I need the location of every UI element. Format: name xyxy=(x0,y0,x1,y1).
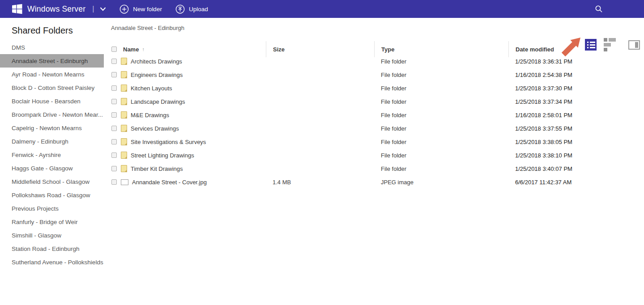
upload-button[interactable]: Upload xyxy=(175,4,208,14)
file-date: 1/25/2018 3:40:07 PM xyxy=(508,165,644,172)
sidebar-item[interactable]: Broompark Drive - Newton Mear... xyxy=(0,108,104,121)
column-header-name[interactable]: Name xyxy=(123,46,139,53)
upload-circle-icon xyxy=(175,4,185,14)
table-row[interactable]: Architects Drawings File folder 1/25/201… xyxy=(104,55,644,68)
file-date: 6/6/2017 11:42:37 AM xyxy=(508,179,644,186)
sidebar-item-label: Pollokshaws Road - Glasgow xyxy=(12,192,90,199)
file-name[interactable]: Services Drawings xyxy=(131,125,179,132)
sidebar-item[interactable]: Station Road - Edinburgh xyxy=(0,242,104,255)
sidebar-item-label: Station Road - Edinburgh xyxy=(12,246,80,252)
file-type: File folder xyxy=(374,165,508,172)
file-date: 1/25/2018 3:37:30 PM xyxy=(508,85,644,92)
chevron-down-icon[interactable] xyxy=(100,7,106,11)
sidebar-item-label: Block D - Cotton Street Paisley xyxy=(12,85,94,91)
sidebar-item[interactable]: DMS xyxy=(0,41,104,54)
row-checkbox[interactable] xyxy=(111,59,117,64)
row-checkbox[interactable] xyxy=(111,152,117,158)
file-type: File folder xyxy=(374,98,508,105)
sidebar-item[interactable]: Sutherland Avenue - Pollokshields xyxy=(0,255,104,269)
file-name[interactable]: Engineers Drawings xyxy=(131,72,183,78)
file-name[interactable]: Architects Drawings xyxy=(131,58,182,65)
table-row[interactable]: Engineers Drawings File folder 1/16/2018… xyxy=(104,68,644,81)
sidebar-title: Shared Folders xyxy=(0,18,104,41)
app-title: Windows Server xyxy=(27,4,85,14)
search-icon[interactable] xyxy=(595,5,603,13)
sidebar-item-label: Simshill - Glasgow xyxy=(12,232,61,239)
table-row[interactable]: Kitchen Layouts File folder 1/25/2018 3:… xyxy=(104,81,644,95)
sidebar-item-label: Broompark Drive - Newton Mear... xyxy=(12,111,103,118)
table-row[interactable]: Services Drawings File folder 1/25/2018 … xyxy=(104,122,644,135)
sidebar-item[interactable]: Ranfurly - Bridge of Weir xyxy=(0,215,104,229)
sidebar-item[interactable]: Fenwick - Ayrshire xyxy=(0,148,104,161)
file-name[interactable]: Annandale Street - Cover.jpg xyxy=(132,179,207,186)
file-date: 1/25/2018 3:38:05 PM xyxy=(508,139,644,145)
sidebar-item[interactable]: Pollokshaws Road - Glasgow xyxy=(0,188,104,202)
table-row[interactable]: M&E Drawings File folder 1/16/2018 2:58:… xyxy=(104,108,644,122)
row-checkbox[interactable] xyxy=(111,166,117,171)
sidebar-item-label: DMS xyxy=(12,44,25,51)
file-table-body: Architects Drawings File folder 1/25/201… xyxy=(104,55,644,189)
file-type: File folder xyxy=(374,125,508,132)
folder-icon xyxy=(121,58,127,65)
file-name[interactable]: Site Investigations & Surveys xyxy=(131,139,206,145)
image-icon xyxy=(121,179,128,185)
top-bar: Windows Server | New folder Upload xyxy=(0,0,644,18)
file-date: 1/16/2018 2:54:38 PM xyxy=(508,72,644,78)
sidebar-item[interactable]: Simshill - Glasgow xyxy=(0,229,104,242)
sidebar-item[interactable]: Dalmeny - Edinburgh xyxy=(0,135,104,148)
sidebar-item-label: Boclair House - Bearsden xyxy=(12,98,81,105)
sidebar-item-label: Fenwick - Ayrshire xyxy=(12,152,61,158)
file-type: File folder xyxy=(374,85,508,92)
sidebar-item-label: Haggs Gate - Glasgow xyxy=(12,165,73,172)
row-checkbox[interactable] xyxy=(111,99,117,104)
file-name[interactable]: Kitchen Layouts xyxy=(131,85,172,92)
sidebar-item[interactable]: Boclair House - Bearsden xyxy=(0,94,104,108)
sidebar-item[interactable]: Previous Projects xyxy=(0,202,104,215)
table-row[interactable]: Street Lighting Drawings File folder 1/2… xyxy=(104,148,644,162)
sidebar-list: DMS Annadale Street - Edinburgh Ayr Road… xyxy=(0,41,104,269)
file-type: File folder xyxy=(374,72,508,78)
table-row[interactable]: Landscape Drawings File folder 1/25/2018… xyxy=(104,95,644,108)
table-row[interactable]: Timber Kit Drawings File folder 1/25/201… xyxy=(104,162,644,175)
title-separator: | xyxy=(92,5,94,13)
folder-icon xyxy=(121,125,127,132)
file-date: 1/16/2018 2:58:01 PM xyxy=(508,112,644,119)
sidebar-item[interactable]: Middlefield School - Glasgow xyxy=(0,175,104,188)
table-row[interactable]: Site Investigations & Surveys File folde… xyxy=(104,135,644,148)
row-checkbox[interactable] xyxy=(111,126,117,131)
select-all-checkbox[interactable] xyxy=(111,47,117,52)
file-name[interactable]: Street Lighting Drawings xyxy=(131,152,194,159)
file-size: 1.4 MB xyxy=(266,179,374,186)
folder-icon xyxy=(121,152,127,159)
sidebar-item-label: Previous Projects xyxy=(12,205,59,212)
folder-icon xyxy=(121,138,127,145)
row-checkbox[interactable] xyxy=(111,179,117,185)
sidebar-item[interactable]: Annadale Street - Edinburgh xyxy=(0,54,104,68)
file-date: 1/25/2018 3:38:10 PM xyxy=(508,152,644,159)
file-name[interactable]: M&E Drawings xyxy=(131,112,169,119)
table-row[interactable]: Annandale Street - Cover.jpg 1.4 MB JPEG… xyxy=(104,175,644,189)
row-checkbox[interactable] xyxy=(111,112,117,118)
file-name[interactable]: Landscape Drawings xyxy=(131,98,185,105)
sidebar-item-label: Sutherland Avenue - Pollokshields xyxy=(12,259,103,266)
sidebar-item[interactable]: Capelrig - Newton Mearns xyxy=(0,121,104,135)
windows-logo-icon xyxy=(12,4,22,14)
row-checkbox[interactable] xyxy=(111,85,117,91)
breadcrumb: Annadale Street - Edinburgh xyxy=(111,25,184,31)
file-date: 1/25/2018 3:37:34 PM xyxy=(508,98,644,105)
folder-icon xyxy=(121,111,127,119)
sidebar-item-label: Ranfurly - Bridge of Weir xyxy=(12,219,78,225)
upload-label: Upload xyxy=(189,6,208,13)
row-checkbox[interactable] xyxy=(111,72,117,77)
new-folder-button[interactable]: New folder xyxy=(119,4,162,14)
sidebar-item[interactable]: Block D - Cotton Street Paisley xyxy=(0,81,104,94)
row-checkbox[interactable] xyxy=(111,139,117,144)
file-type: File folder xyxy=(374,152,508,159)
file-name[interactable]: Timber Kit Drawings xyxy=(131,165,183,172)
folder-icon xyxy=(121,98,127,105)
sidebar-item[interactable]: Haggs Gate - Glasgow xyxy=(0,161,104,175)
folder-icon xyxy=(121,85,127,92)
file-type: JPEG image xyxy=(374,179,508,186)
file-type: File folder xyxy=(374,58,508,65)
sidebar-item[interactable]: Ayr Road - Newton Mearns xyxy=(0,68,104,81)
